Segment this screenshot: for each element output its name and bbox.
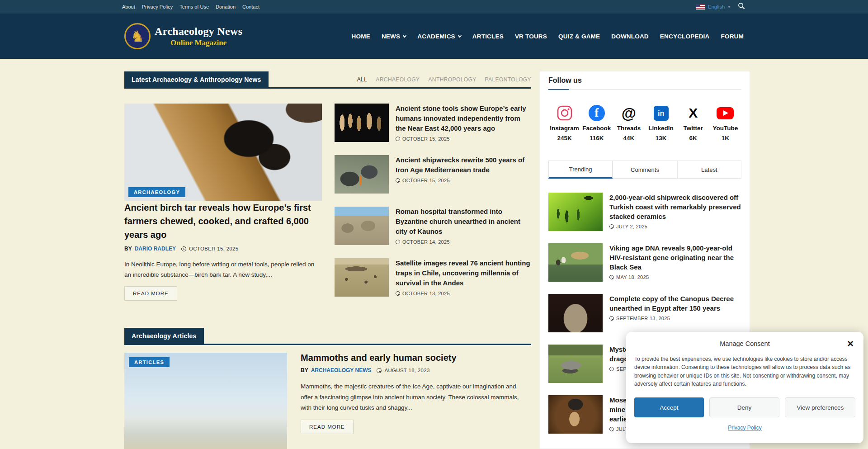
social-facebook[interactable]: f Facebook 116K [580, 104, 613, 142]
deny-button[interactable]: Deny [709, 397, 780, 417]
main-content-column: Latest Archaeology & Anthropology News A… [124, 71, 531, 449]
trending-item: Viking age DNA reveals 9,000-year-old HI… [548, 243, 741, 282]
privacy-policy-link[interactable]: Privacy Policy [728, 425, 762, 431]
news-item-date: OCTOBER 14, 2025 [402, 239, 450, 245]
news-list-item: Ancient shipwrecks rewrite 500 years of … [335, 155, 531, 194]
news-item-title[interactable]: Ancient stone tools show Europe’s early … [396, 104, 526, 132]
topbar-link-contact[interactable]: Contact [242, 4, 259, 9]
news-list-item: Satellite images reveal 76 ancient hunti… [335, 258, 531, 297]
news-item-thumbnail[interactable] [335, 258, 389, 297]
social-links: Instagram 245K f Facebook 116K @ Threads… [548, 104, 741, 142]
nav-encyclopedia[interactable]: ENCYCLOPEDIA [660, 33, 710, 40]
trending-item-thumbnail[interactable] [548, 294, 603, 332]
read-more-button[interactable]: READ MORE [301, 420, 354, 434]
facebook-icon: f [580, 104, 613, 123]
tab-trending[interactable]: Trending [548, 161, 613, 179]
language-selector[interactable]: English [708, 4, 725, 9]
follower-count: 13K [645, 135, 677, 142]
article-image[interactable]: ARTICLES [124, 353, 287, 449]
featured-article-byline: BY DARIO RADLEY OCTOBER 15, 2025 [124, 246, 332, 252]
filter-paleontology[interactable]: PALEONTOLOGY [485, 76, 531, 83]
trending-item-title[interactable]: Viking age DNA reveals 9,000-year-old HI… [609, 244, 734, 271]
news-item-thumbnail[interactable] [335, 207, 389, 245]
nav-download[interactable]: DOWNLOAD [611, 33, 649, 40]
topbar-link-terms[interactable]: Terms of Use [179, 4, 209, 9]
news-list-item: Ancient stone tools show Europe’s early … [335, 104, 531, 142]
main-nav: HOME NEWS ACADEMICS ARTICLES VR TOURS QU… [352, 33, 744, 40]
clock-icon [181, 246, 186, 251]
trending-item-thumbnail[interactable] [548, 345, 603, 383]
nav-forum[interactable]: FORUM [721, 33, 744, 40]
social-threads[interactable]: @ Threads 44K [613, 104, 645, 142]
sidebar-tabs: Trending Comments Latest [548, 161, 741, 179]
clock-icon [377, 368, 382, 373]
dialog-body-text: To provide the best experiences, we use … [634, 355, 855, 388]
featured-article-date: OCTOBER 15, 2025 [189, 246, 238, 251]
nav-home[interactable]: HOME [352, 33, 370, 40]
trending-item-thumbnail[interactable] [548, 193, 603, 231]
author-link[interactable]: DARIO RADLEY [135, 246, 176, 252]
filter-anthropology[interactable]: ANTHROPOLOGY [428, 76, 476, 83]
social-linkedin[interactable]: in LinkedIn 13K [645, 104, 677, 142]
linkedin-icon: in [645, 104, 677, 123]
news-item-date: OCTOBER 13, 2025 [402, 291, 450, 296]
articles-section-title: Archaeology Articles [124, 328, 204, 344]
nav-news[interactable]: NEWS [382, 33, 406, 40]
nav-vr-tours[interactable]: VR TOURS [515, 33, 547, 40]
filter-archaeology[interactable]: ARCHAEOLOGY [376, 76, 420, 83]
clock-icon [396, 291, 400, 296]
social-twitter[interactable]: X Twitter 6K [677, 104, 709, 142]
news-item-title[interactable]: Roman hospital transformed into Byzantin… [396, 208, 520, 235]
filter-all[interactable]: ALL [357, 76, 368, 83]
news-item-title[interactable]: Satellite images reveal 76 ancient hunti… [396, 259, 530, 287]
read-more-button[interactable]: READ MORE [124, 286, 177, 301]
follower-count: 116K [580, 135, 613, 142]
social-youtube[interactable]: YouTube 1K [709, 104, 741, 142]
trending-item-title[interactable]: 2,000-year-old shipwreck discovered off … [609, 194, 741, 220]
social-instagram[interactable]: Instagram 245K [548, 104, 580, 142]
nav-quiz-game[interactable]: QUIZ & GAME [558, 33, 600, 40]
news-item-thumbnail[interactable] [335, 104, 389, 142]
site-logo[interactable]: ♞ Archaeology News Online Magazine [124, 23, 242, 49]
trending-item-date: SEPTEMBER 13, 2025 [616, 316, 670, 321]
author-link[interactable]: ARCHAEOLOGY NEWS [311, 367, 372, 373]
trending-item-thumbnail[interactable] [548, 243, 603, 282]
featured-article-title[interactable]: Ancient birch tar reveals how Europe’s f… [124, 203, 311, 240]
search-button[interactable] [738, 2, 745, 11]
news-item-title[interactable]: Ancient shipwrecks rewrite 500 years of … [396, 156, 524, 174]
category-badge[interactable]: ARCHAEOLOGY [128, 187, 185, 197]
latest-news-section-title: Latest Archaeology & Anthropology News [124, 71, 269, 87]
search-icon [738, 2, 745, 11]
clock-icon [396, 137, 400, 141]
us-flag-icon [696, 4, 705, 10]
clock-icon [609, 367, 614, 371]
top-utility-bar: About Privacy Policy Terms of Use Donati… [0, 0, 868, 14]
featured-article-image[interactable]: ARCHAEOLOGY [124, 104, 322, 201]
accept-button[interactable]: Accept [634, 397, 704, 417]
news-list-item: Roman hospital transformed into Byzantin… [335, 207, 531, 245]
news-item-thumbnail[interactable] [335, 155, 389, 194]
article-title[interactable]: Mammoths and early human society [301, 353, 457, 363]
tab-latest[interactable]: Latest [677, 161, 741, 179]
topbar-link-donation[interactable]: Donation [216, 4, 236, 9]
topbar-link-privacy-policy[interactable]: Privacy Policy [142, 4, 173, 9]
clock-icon [396, 240, 400, 244]
follower-count: 6K [677, 135, 709, 142]
close-icon[interactable]: × [847, 338, 854, 349]
nav-academics[interactable]: ACADEMICS [417, 33, 461, 40]
featured-article-excerpt: In Neolithic Europe, long before writing… [124, 259, 332, 280]
threads-icon: @ [613, 104, 645, 123]
trending-item-title[interactable]: Complete copy of the Canopus Decree unea… [609, 295, 734, 312]
tab-comments[interactable]: Comments [613, 161, 677, 179]
latest-news-section-header: Latest Archaeology & Anthropology News A… [124, 71, 531, 89]
nav-articles[interactable]: ARTICLES [472, 33, 504, 40]
trending-item-date: JULY 2, 2025 [616, 224, 647, 229]
category-badge[interactable]: ARTICLES [129, 357, 170, 367]
twitter-x-icon: X [677, 104, 709, 123]
featured-article: ARCHAEOLOGY Ancient birch tar reveals ho… [124, 104, 332, 310]
view-preferences-button[interactable]: View preferences [785, 397, 855, 417]
trending-item-thumbnail[interactable] [548, 395, 603, 434]
topbar-link-about[interactable]: About [122, 4, 135, 9]
clock-icon [609, 224, 614, 229]
articles-section-header: Archaeology Articles [124, 328, 531, 345]
